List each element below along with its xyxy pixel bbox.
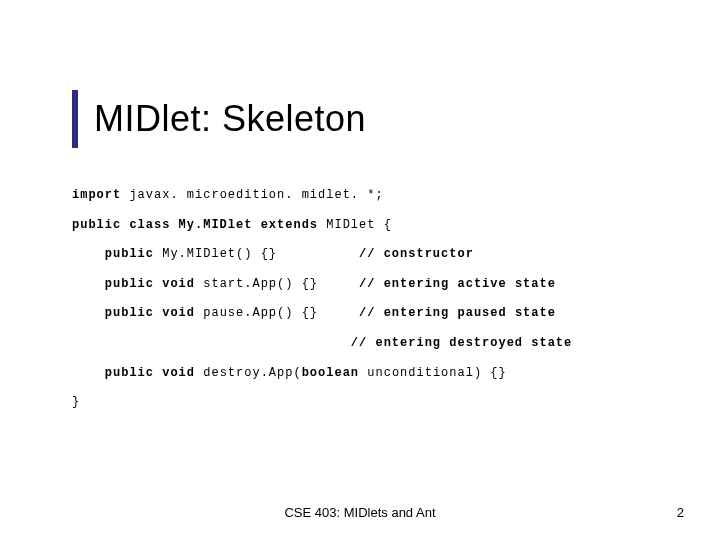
kw-public-void: public void	[72, 306, 195, 320]
comment: // entering active state	[343, 277, 556, 291]
footer-course: CSE 403: MIDlets and Ant	[0, 505, 720, 520]
kw-public-void: public void	[72, 277, 195, 291]
footer-page-number: 2	[677, 505, 684, 520]
title-accent-bar	[72, 90, 78, 148]
kw-public: public	[72, 247, 154, 261]
kw-import: import	[72, 188, 121, 202]
kw-public-void: public void	[72, 366, 195, 380]
title-area: MIDlet: Skeleton	[72, 90, 366, 148]
comment: // entering paused state	[343, 306, 556, 320]
slide-title: MIDlet: Skeleton	[94, 98, 366, 140]
code-text: }	[72, 395, 80, 409]
code-text: javax. microedition. midlet. *;	[121, 188, 383, 202]
code-text: MIDlet {	[318, 218, 392, 232]
code-block: import javax. microedition. midlet. *; p…	[72, 188, 680, 411]
slide: MIDlet: Skeleton import javax. microedit…	[0, 0, 720, 540]
code-text: pause.App() {}	[195, 306, 343, 320]
kw-boolean: boolean	[302, 366, 359, 380]
comment: // constructor	[343, 247, 474, 261]
kw-class-decl: public class My.MIDlet extends	[72, 218, 318, 232]
code-text: My.MIDlet() {}	[154, 247, 343, 261]
code-text: start.App() {}	[195, 277, 343, 291]
comment: // entering destroyed state	[72, 336, 572, 350]
code-text: unconditional) {}	[359, 366, 507, 380]
code-text: destroy.App(	[195, 366, 302, 380]
